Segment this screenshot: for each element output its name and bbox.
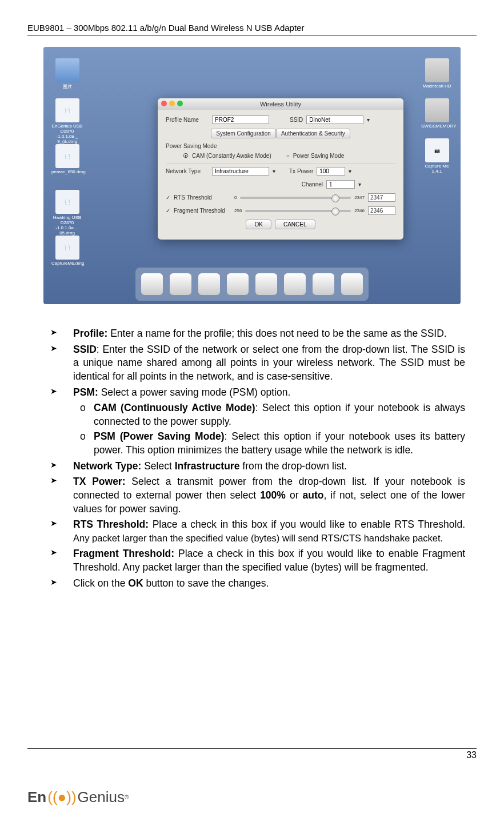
icon-label: 图片: [63, 84, 72, 89]
dock-item[interactable]: [227, 273, 249, 295]
file-icon: 📄: [55, 190, 79, 214]
tx-heading: TX Power:: [73, 476, 131, 487]
desktop-icon-disk: SWISSMEMORY: [421, 98, 453, 129]
psm-sub-heading: PSM (Power Saving Mode): [94, 431, 225, 442]
file-icon: 📄: [55, 98, 79, 122]
fragment-threshold-value[interactable]: 2346: [368, 206, 395, 215]
fragment-threshold-checkbox[interactable]: [166, 208, 170, 214]
power-saving-mode-label: Power Saving Mode: [166, 143, 395, 149]
document-page: EUB9801 – 300Mbps 802.11 a/b/g/n Dual Ba…: [0, 0, 504, 829]
psm-heading: PSM:: [73, 386, 101, 398]
file-icon: 📄: [55, 236, 79, 260]
rts-heading: RTS Threshold:: [73, 519, 153, 530]
list-item: Click on the OK button to save the chang…: [73, 577, 465, 591]
tx-text2: or: [286, 489, 303, 501]
list-item: TX Power: Select a transmit power from t…: [73, 475, 465, 516]
icon-label: Macintosh HD: [422, 83, 451, 89]
file-icon: 📄: [55, 144, 79, 168]
list-item: PSM: Select a power saving mode (PSM) op…: [73, 386, 465, 457]
icon-label: pemac_650.dmg: [51, 169, 86, 174]
desktop-icon-app: 📷 Capture Me 1.4.1: [421, 138, 453, 174]
icon-label: Capture Me 1.4.1: [425, 164, 449, 174]
psm-radio[interactable]: [286, 153, 290, 159]
frag-min: 256: [234, 208, 242, 213]
cam-heading: CAM (Continuously Active Mode): [94, 402, 255, 413]
chevron-down-icon[interactable]: ▾: [367, 117, 370, 123]
app-icon: 📷: [425, 138, 449, 162]
folder-icon: [55, 58, 79, 82]
psm-text: Select a power saving mode (PSM) option.: [101, 386, 291, 398]
dock-item[interactable]: [284, 273, 306, 295]
dock-item[interactable]: [141, 273, 163, 295]
close-icon[interactable]: [161, 101, 167, 106]
icon-label: Hawking USB D2870 -1.0.1.0a ... 05.dmg: [53, 215, 81, 236]
desktop-icon-dmg: 📄 CaptureMe.dmg: [51, 236, 83, 266]
psm-radio-label: Power Saving Mode: [293, 153, 345, 159]
icon-label: SWISSMEMORY: [421, 123, 457, 129]
minimize-icon[interactable]: [169, 101, 175, 106]
rts-threshold-label: RTS Threshold: [174, 194, 231, 201]
cam-radio[interactable]: [183, 153, 189, 159]
dock-item[interactable]: [170, 273, 191, 295]
chevron-down-icon[interactable]: ▾: [358, 181, 361, 188]
ssid-input[interactable]: [306, 115, 363, 124]
list-item: Fragment Threshold: Place a check in thi…: [73, 547, 465, 574]
cancel-button[interactable]: CANCEL: [275, 220, 315, 229]
chevron-down-icon[interactable]: ▾: [273, 168, 275, 174]
network-text2: from the drop-down list.: [239, 460, 347, 472]
wireless-utility-dialog: Wireless Utility Profile Name SSID ▾ Sys…: [158, 98, 403, 240]
ok-button[interactable]: OK: [246, 220, 271, 229]
list-item: CAM (Continuously Active Mode): Select t…: [94, 401, 465, 428]
chevron-down-icon[interactable]: ▾: [349, 168, 351, 174]
ssid-text: : Enter the SSID of the network or selec…: [73, 344, 465, 382]
brand-text: Genius: [78, 788, 125, 806]
dock-item[interactable]: [313, 273, 334, 295]
zoom-icon[interactable]: [177, 101, 183, 106]
desktop-icon-dmg: 📄 pemac_650.dmg: [51, 144, 83, 174]
tx-power-select[interactable]: [317, 167, 345, 176]
rts-threshold-slider[interactable]: [240, 197, 351, 199]
profile-name-label: Profile Name: [166, 117, 209, 123]
desktop-icon-dmg: 📄 Hawking USB D2870 -1.0.1.0a ... 05.dmg: [51, 190, 83, 236]
page-number: 33: [27, 748, 477, 760]
fragment-threshold-slider[interactable]: [245, 210, 351, 212]
cam-radio-label: CAM (Constantly Awake Mode): [192, 153, 271, 159]
ok-text1: Click on the: [73, 577, 128, 589]
rts-max: 2347: [354, 195, 365, 200]
dock: [135, 268, 369, 301]
network-bold1: Infrastructure: [175, 460, 240, 472]
slider-thumb[interactable]: [331, 208, 339, 216]
network-text1: Select: [144, 460, 175, 472]
dock-item[interactable]: [341, 273, 363, 295]
disk-icon: [425, 58, 449, 82]
rts-threshold-checkbox[interactable]: [166, 194, 170, 201]
channel-select[interactable]: [326, 180, 355, 189]
screenshot-wireless-utility: 图片 📄 EnGenius USB D2870 -1.0.1.0a _ 9_(&…: [43, 47, 461, 304]
ssid-label: SSID: [290, 117, 303, 123]
window-controls[interactable]: [161, 101, 183, 106]
fragment-threshold-label: Fragment Threshold: [174, 208, 231, 214]
tx-bold1: 100%: [260, 489, 286, 501]
rts-text1: Place a check in this box if you would l…: [153, 519, 465, 530]
network-type-label: Network Type: [166, 168, 209, 174]
page-header: EUB9801 – 300Mbps 802.11 a/b/g/n Dual Ba…: [27, 23, 477, 35]
network-type-select[interactable]: [212, 167, 269, 176]
wifi-icon: ((●)): [47, 788, 76, 806]
tab-authentication-security[interactable]: Authentication & Security: [276, 129, 350, 138]
icon-label: CaptureMe.dmg: [51, 261, 84, 266]
profile-name-input[interactable]: [212, 115, 269, 124]
frag-max: 2346: [354, 208, 365, 213]
dock-item[interactable]: [255, 273, 277, 295]
tab-system-configuration[interactable]: System Configuration: [211, 129, 276, 138]
rts-small: Any packet larger than the specified val…: [73, 533, 443, 543]
rts-min: 0: [234, 195, 237, 200]
channel-label: Channel: [302, 181, 323, 188]
body-text: Profile: Enter a name for the profile; t…: [27, 327, 477, 590]
desktop-icon-dmg: 📄 EnGenius USB D2870 -1.0.1.0a _ 9_(&.dm…: [51, 98, 83, 144]
list-item: Profile: Enter a name for the profile; t…: [73, 327, 465, 341]
rts-threshold-value[interactable]: 2347: [368, 193, 395, 202]
ok-bold1: OK: [128, 577, 143, 589]
slider-thumb[interactable]: [331, 194, 339, 202]
dock-item[interactable]: [198, 273, 220, 295]
frag-heading: Fragment Threshold:: [73, 548, 178, 559]
